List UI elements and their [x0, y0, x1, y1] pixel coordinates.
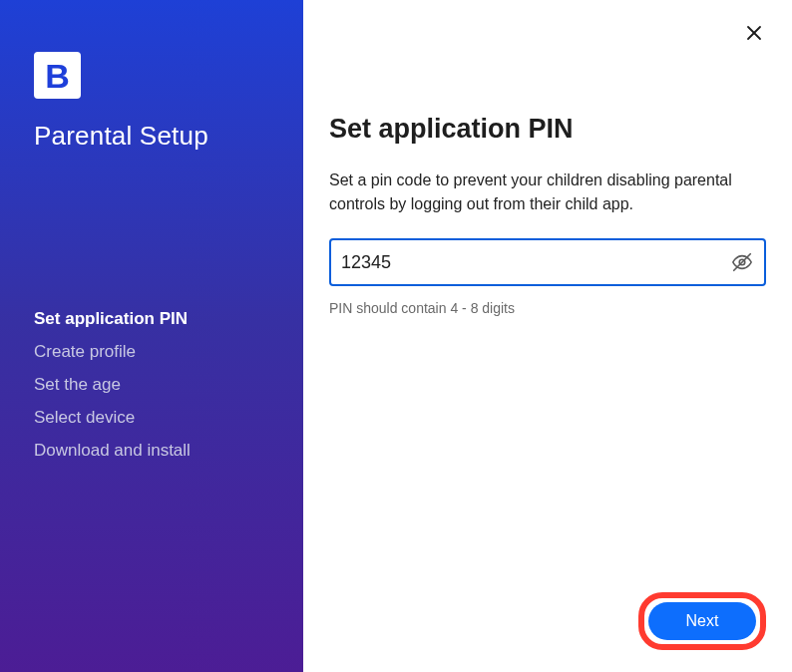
page-description: Set a pin code to prevent your children …	[329, 168, 766, 216]
pin-helper-text: PIN should contain 4 - 8 digits	[329, 300, 766, 316]
page-title: Set application PIN	[329, 114, 766, 145]
next-button[interactable]: Next	[648, 602, 756, 640]
sidebar-title: Parental Setup	[34, 121, 269, 152]
eye-off-icon	[731, 251, 753, 273]
main-panel: Set application PIN Set a pin code to pr…	[303, 0, 792, 672]
sidebar-step-create-profile[interactable]: Create profile	[34, 342, 269, 362]
next-button-highlight: Next	[638, 592, 766, 650]
footer: Next	[329, 592, 766, 650]
sidebar-step-set-the-age[interactable]: Set the age	[34, 375, 269, 395]
pin-input[interactable]	[329, 238, 766, 286]
sidebar-step-set-application-pin[interactable]: Set application PIN	[34, 309, 269, 329]
pin-input-wrapper	[329, 238, 766, 286]
setup-steps-list: Set application PIN Create profile Set t…	[34, 309, 269, 461]
sidebar-step-select-device[interactable]: Select device	[34, 408, 269, 428]
app-logo: B	[34, 52, 81, 99]
content-area: Set application PIN Set a pin code to pr…	[329, 114, 766, 316]
sidebar-step-download-and-install[interactable]: Download and install	[34, 441, 269, 461]
logo-letter: B	[45, 59, 70, 93]
close-icon	[745, 24, 763, 42]
close-button[interactable]	[742, 21, 766, 45]
sidebar: B Parental Setup Set application PIN Cre…	[0, 0, 303, 672]
toggle-pin-visibility-button[interactable]	[730, 250, 754, 274]
